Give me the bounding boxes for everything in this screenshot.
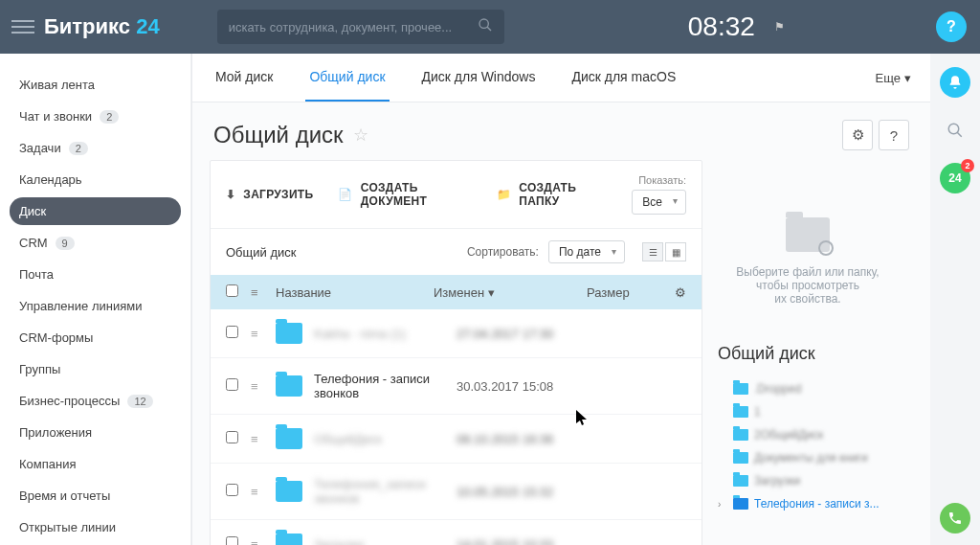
col-size[interactable]: Размер xyxy=(587,285,663,300)
select-all-checkbox[interactable] xyxy=(226,284,238,297)
notifications-button[interactable] xyxy=(940,67,970,98)
svg-line-1 xyxy=(487,27,491,31)
tree-node[interactable]: Загрузки xyxy=(714,469,902,492)
search-input[interactable] xyxy=(229,20,478,34)
col-modified[interactable]: Изменен ▾ xyxy=(434,285,587,300)
view-list-icon[interactable]: ☰ xyxy=(642,242,663,261)
tree-label: 2ОбщийДиск xyxy=(754,428,823,442)
row-name: Kakha - nima (1) xyxy=(314,327,457,341)
show-filter-dropdown[interactable]: Все xyxy=(632,190,686,215)
col-name[interactable]: Название xyxy=(276,285,434,300)
drag-handle-icon[interactable]: ≡ xyxy=(251,537,276,546)
sidebar-item[interactable]: Почта xyxy=(10,261,181,288)
sidebar-item[interactable]: Время и отчеты xyxy=(10,482,181,510)
tree-folder-icon xyxy=(733,475,748,487)
global-search[interactable] xyxy=(217,10,504,44)
table-row[interactable]: ≡Загрузки14.01.2015 10:33 xyxy=(211,520,702,545)
search-icon[interactable] xyxy=(478,17,493,36)
row-checkbox[interactable] xyxy=(226,536,238,545)
tree-node[interactable]: .Dropped xyxy=(714,377,902,400)
sidebar-item[interactable]: Бизнес-процессы12 xyxy=(10,387,181,415)
tab[interactable]: Мой диск xyxy=(212,54,277,102)
drag-handle-icon[interactable]: ≡ xyxy=(251,379,276,394)
drag-handle-icon[interactable]: ≡ xyxy=(251,327,276,341)
svg-point-2 xyxy=(948,124,959,134)
right-rail: 24 2 xyxy=(930,54,980,545)
tab[interactable]: Общий диск xyxy=(305,54,389,102)
file-rows: ≡Kakha - nima (1)27.04.2017 17:30≡Телефо… xyxy=(211,309,702,545)
columns-gear-icon[interactable]: ⚙ xyxy=(663,285,686,300)
table-row[interactable]: ≡Телефония_записи звонков10.05.2015 15:3… xyxy=(211,464,702,520)
sidebar-item[interactable]: Чат и звонки2 xyxy=(10,102,181,130)
row-name: Телефония_записи звонков xyxy=(314,477,457,506)
tree-folder-icon xyxy=(733,429,748,441)
sort-dropdown[interactable]: По дате xyxy=(548,240,625,263)
favorite-star-icon[interactable]: ☆ xyxy=(353,125,368,146)
sort-arrow-icon: ▾ xyxy=(488,285,495,300)
placeholder-folder-icon xyxy=(786,217,830,252)
page-help-button[interactable]: ? xyxy=(879,120,909,150)
sidebar-item[interactable]: Диск xyxy=(10,197,181,225)
tree-node[interactable]: ›Телефония - записи з... xyxy=(714,492,902,515)
tree-label: Загрузки xyxy=(754,474,800,488)
tree-title: Общий диск xyxy=(718,344,898,364)
folder-icon xyxy=(276,428,302,449)
drag-handle-icon[interactable]: ≡ xyxy=(251,432,276,446)
menu-toggle[interactable] xyxy=(11,15,34,38)
row-checkbox[interactable] xyxy=(226,484,238,496)
sidebar-item[interactable]: Календарь xyxy=(10,166,181,193)
sidebar-item[interactable]: CRM9 xyxy=(10,229,181,257)
tab[interactable]: Диск для Windows xyxy=(418,54,540,102)
sidebar-item[interactable]: Живая лента xyxy=(10,71,181,99)
sidebar-item[interactable]: Управление линиями xyxy=(10,292,181,320)
breadcrumb[interactable]: Общий диск xyxy=(226,245,296,260)
logo[interactable]: Битрикс 24 xyxy=(44,14,160,39)
page-title: Общий диск xyxy=(213,122,344,148)
sidebar-item[interactable]: Открытые линии xyxy=(10,513,181,541)
tree-label: Документы для книги xyxy=(754,451,868,465)
drag-handle-icon[interactable]: ≡ xyxy=(251,485,276,499)
row-name: Загрузки xyxy=(314,537,457,546)
tabs-more[interactable]: Еще ▾ xyxy=(876,71,911,85)
row-checkbox[interactable] xyxy=(226,431,238,443)
file-table-header: ≡ Название Изменен ▾ Размер ⚙ xyxy=(211,275,702,309)
phone-button[interactable] xyxy=(940,503,970,534)
b24-button[interactable]: 24 2 xyxy=(940,163,970,193)
view-grid-icon[interactable]: ▦ xyxy=(665,242,686,261)
folder-icon xyxy=(276,534,302,545)
row-modified: 30.03.2017 15:08 xyxy=(457,379,610,394)
sidebar-item[interactable]: Приложения xyxy=(10,419,181,446)
settings-button[interactable]: ⚙ xyxy=(842,120,873,150)
row-modified: 10.05.2015 15:32 xyxy=(457,485,610,499)
folder-icon: 📁 xyxy=(497,188,511,201)
tree-folder-icon xyxy=(733,383,748,395)
sidebar-item[interactable]: CRM-формы xyxy=(10,324,181,352)
row-checkbox[interactable] xyxy=(226,326,238,338)
svg-line-3 xyxy=(957,132,962,137)
chevron-down-icon: ▾ xyxy=(904,71,911,85)
tree-node[interactable]: Документы для книги xyxy=(714,446,902,469)
upload-button[interactable]: ⬇ ЗАГРУЗИТЬ xyxy=(226,188,313,201)
row-modified: 14.01.2015 10:33 xyxy=(457,537,610,546)
tree-node[interactable]: 2ОбщийДиск xyxy=(714,423,902,446)
tab[interactable]: Диск для macOS xyxy=(568,54,679,102)
b24-badge: 2 xyxy=(961,159,974,172)
sidebar-count: 2 xyxy=(100,110,119,124)
row-checkbox[interactable] xyxy=(226,378,238,391)
help-button[interactable]: ? xyxy=(936,11,967,42)
table-row[interactable]: ≡Kakha - nima (1)27.04.2017 17:30 xyxy=(211,309,702,358)
clock: 08:32 ⚑ xyxy=(688,11,785,42)
table-row[interactable]: ≡Телефония - записи звонков30.03.2017 15… xyxy=(211,358,702,415)
tree-node[interactable]: 1 xyxy=(714,400,902,423)
sidebar-item[interactable]: Задачи2 xyxy=(10,134,181,162)
sidebar-item[interactable]: Группы xyxy=(10,355,181,383)
sidebar-count: 9 xyxy=(56,237,75,250)
tree-folder-icon xyxy=(733,498,748,510)
row-modified: 08.10.2015 16:36 xyxy=(457,432,610,446)
table-row[interactable]: ≡ОбщийДиск08.10.2015 16:36 xyxy=(211,415,702,464)
create-folder-button[interactable]: 📁 СОЗДАТЬ ПАПКУ xyxy=(497,181,607,208)
sidebar-item[interactable]: Компания xyxy=(10,450,181,478)
rail-search-button[interactable] xyxy=(940,115,970,146)
create-document-button[interactable]: 📄 СОЗДАТЬ ДОКУМЕНТ xyxy=(338,181,472,208)
tree-expand-icon[interactable]: › xyxy=(718,499,727,510)
